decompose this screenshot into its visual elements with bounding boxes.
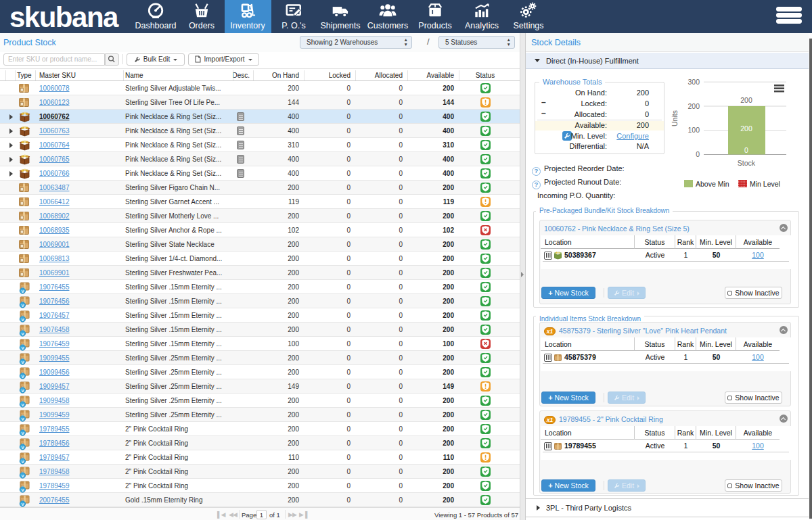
svg-text:Stock: Stock	[738, 159, 756, 167]
svg-text:V: V	[21, 488, 24, 492]
svg-text:V: V	[21, 375, 24, 379]
svg-text:V: V	[21, 318, 24, 322]
svg-text:Min Level: Min Level	[750, 180, 780, 188]
svg-text:V: V	[21, 474, 24, 478]
svg-text:V: V	[21, 346, 24, 350]
svg-text:0: 0	[696, 150, 700, 158]
svg-text:Above Min: Above Min	[696, 180, 729, 188]
svg-text:0: 0	[744, 146, 748, 154]
svg-text:V: V	[21, 460, 24, 464]
svg-text:V: V	[21, 360, 24, 364]
svg-text:200: 200	[687, 102, 700, 110]
svg-text:V: V	[21, 289, 24, 293]
svg-text:V: V	[21, 502, 24, 506]
svg-text:V: V	[21, 403, 24, 407]
svg-text:V: V	[21, 446, 24, 450]
svg-text:V: V	[21, 332, 24, 336]
svg-text:V: V	[21, 304, 24, 308]
svg-text:Units: Units	[671, 110, 679, 126]
svg-text:300: 300	[687, 78, 700, 86]
svg-text:100: 100	[687, 126, 700, 134]
svg-text:200: 200	[740, 96, 752, 104]
svg-text:200: 200	[740, 124, 752, 133]
svg-text:V: V	[21, 389, 24, 393]
svg-text:V: V	[21, 431, 24, 435]
svg-text:V: V	[21, 417, 24, 421]
